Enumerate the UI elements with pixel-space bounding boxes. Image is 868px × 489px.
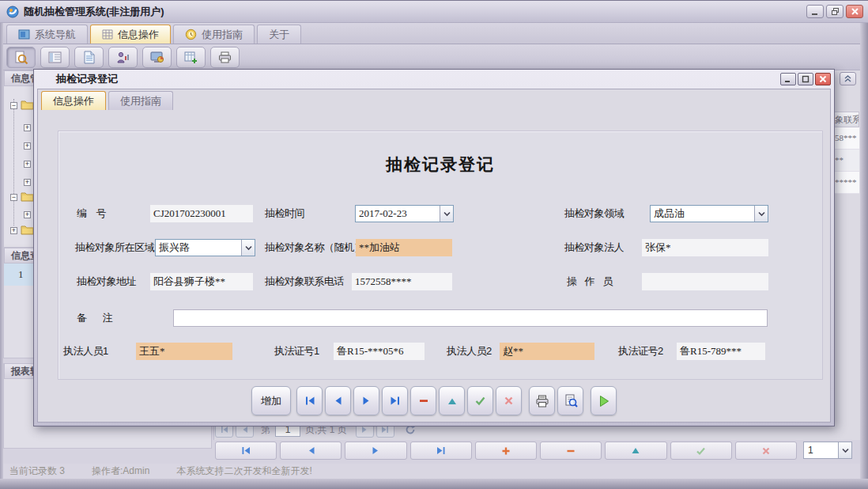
table-cell[interactable]: ** <box>835 150 859 172</box>
target-phone-field[interactable]: 1572558**** <box>352 273 452 290</box>
operator-button[interactable] <box>108 47 138 68</box>
folder-icon[interactable] <box>21 191 34 202</box>
printer-icon <box>535 395 549 408</box>
target-domain-combo[interactable]: 成品油 <box>650 205 768 222</box>
close-button[interactable] <box>846 5 863 18</box>
dialog-tab-user-guide[interactable]: 使用指南 <box>108 91 173 110</box>
field-label: 执法证号1 <box>274 343 319 360</box>
table-add-icon <box>184 51 198 64</box>
field-label: 抽检对象联系电话 <box>265 273 344 290</box>
table-cell[interactable]: ***** <box>835 172 859 194</box>
print-preview-button[interactable] <box>557 386 583 415</box>
table-add-button[interactable] <box>176 47 206 68</box>
restore-button[interactable] <box>826 5 843 18</box>
field-label: 抽检对象所在区域 <box>75 239 154 256</box>
execute-button[interactable] <box>591 386 617 415</box>
minimize-button[interactable] <box>806 5 824 18</box>
monitor-button[interactable] <box>142 47 172 68</box>
form-icon <box>48 51 62 63</box>
tab-about[interactable]: 关于 <box>257 25 301 44</box>
nav-edit-button[interactable] <box>605 442 666 460</box>
tree-expand-box[interactable]: + <box>24 211 31 218</box>
officer1-field[interactable]: 王五* <box>136 343 232 360</box>
nav-first-button[interactable] <box>215 442 277 460</box>
document-icon <box>84 51 95 64</box>
record-number-field[interactable]: CJ201702230001 <box>150 205 253 222</box>
tab-system-nav[interactable]: 系统导航 <box>6 25 88 44</box>
dialog-close-button[interactable] <box>815 73 831 85</box>
preview-icon <box>564 394 578 408</box>
tab-label: 使用指南 <box>120 94 161 108</box>
tree-expand-box[interactable]: + <box>24 161 31 168</box>
tree-expand-box[interactable]: + <box>24 124 31 131</box>
target-name-field[interactable]: **加油站 <box>356 239 452 256</box>
next-record-button[interactable] <box>353 386 379 415</box>
officer2-field[interactable]: 赵** <box>500 343 594 360</box>
tab-label: 信息操作 <box>53 94 94 108</box>
field-label: 抽检对象地址 <box>77 273 136 290</box>
target-address-field[interactable]: 阳谷县狮子楼** <box>150 273 253 290</box>
target-area-combo[interactable]: 振兴路 <box>155 239 255 256</box>
printer-button[interactable] <box>210 47 240 68</box>
tab-label: 使用指南 <box>202 28 243 42</box>
chevron-down-icon[interactable] <box>440 206 453 222</box>
tree-expand-box[interactable]: + <box>24 179 31 186</box>
print-button[interactable] <box>529 386 555 415</box>
dialog-tabbar: 信息操作 使用指南 <box>41 91 173 110</box>
record-count-select[interactable]: 1 <box>803 442 852 459</box>
combo-value: 振兴路 <box>156 240 241 256</box>
field-label: 执法证号2 <box>618 343 663 360</box>
document-button[interactable] <box>74 47 104 68</box>
nav-cancel-button[interactable] <box>735 442 797 460</box>
dialog-titlebar[interactable]: 抽检记录登记 <box>34 70 834 88</box>
tree-expand-box[interactable]: + <box>24 142 31 150</box>
printer-icon <box>218 51 232 63</box>
grid-icon <box>102 29 113 40</box>
window-frame-right <box>860 23 868 489</box>
field-label: 备 注 <box>77 309 119 327</box>
prev-record-button[interactable] <box>325 386 351 415</box>
folder-icon[interactable] <box>21 99 34 110</box>
delete-record-button[interactable] <box>410 386 436 415</box>
chevron-down-icon[interactable] <box>241 240 255 256</box>
collapse-panel-button[interactable] <box>840 72 856 85</box>
sample-date-combo[interactable]: 2017-02-23 <box>355 205 454 222</box>
dialog-maximize-button[interactable] <box>798 73 813 85</box>
nav-next-button[interactable] <box>345 442 406 460</box>
app-icon <box>6 6 19 18</box>
record-navigator-bar <box>215 442 797 460</box>
chevron-down-icon[interactable] <box>754 206 768 222</box>
tab-label: 系统导航 <box>35 28 76 42</box>
tab-info-ops[interactable]: 信息操作 <box>90 25 171 44</box>
remarks-field[interactable] <box>173 309 768 327</box>
tab-user-guide[interactable]: 使用指南 <box>173 25 255 44</box>
cancel-edit-button[interactable] <box>496 386 522 415</box>
nav-delete-button[interactable] <box>540 442 602 460</box>
officer1-cert-field[interactable]: 鲁R15-***05*6 <box>334 343 425 360</box>
dialog-body: 信息操作 使用指南 抽检记录登记 编 号 CJ201702230001 抽检时间… <box>37 89 831 423</box>
tree-expand-box[interactable]: + <box>10 227 17 234</box>
operator-field[interactable] <box>642 273 768 290</box>
form-view-button[interactable] <box>40 47 70 68</box>
legal-person-field[interactable]: 张保* <box>642 239 768 256</box>
nav-prev-button[interactable] <box>280 442 342 460</box>
dialog-minimize-button[interactable] <box>780 73 796 85</box>
first-record-button[interactable] <box>296 386 323 415</box>
nav-post-button[interactable] <box>670 442 732 460</box>
dialog-tab-info-ops[interactable]: 信息操作 <box>41 91 106 110</box>
record-count-text: 当前记录数 3 <box>9 464 65 478</box>
edit-record-button[interactable] <box>439 386 465 415</box>
last-record-button[interactable] <box>382 386 408 415</box>
table-cell[interactable]: 58*** <box>835 127 859 150</box>
field-label: 抽检对象法人 <box>564 239 624 256</box>
search-button[interactable] <box>6 47 36 68</box>
add-record-button[interactable]: 增加 <box>251 386 291 415</box>
combo-value: 2017-02-23 <box>356 206 440 222</box>
tree-collapse-box[interactable]: − <box>10 194 17 201</box>
nav-last-button[interactable] <box>410 442 472 460</box>
nav-add-button[interactable] <box>475 442 537 460</box>
tree-collapse-box[interactable]: − <box>10 102 17 109</box>
confirm-button[interactable] <box>467 386 493 415</box>
officer2-cert-field[interactable]: 鲁R15-789*** <box>677 343 765 360</box>
folder-icon[interactable] <box>21 224 34 235</box>
